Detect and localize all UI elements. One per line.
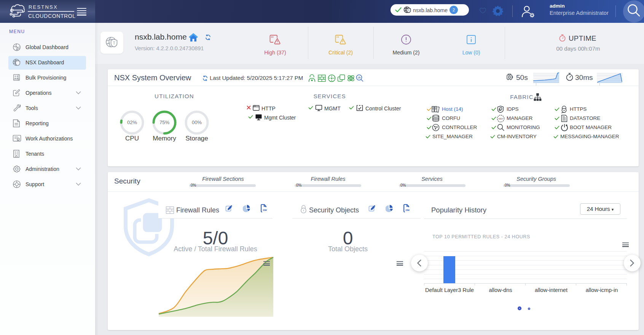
svg-text:csv: csv <box>263 209 267 211</box>
svg-text:T: T <box>408 9 410 12</box>
svg-text:csv: csv <box>406 209 410 211</box>
svg-text:T: T <box>113 41 115 45</box>
svg-text:NSX: NSX <box>499 118 503 120</box>
